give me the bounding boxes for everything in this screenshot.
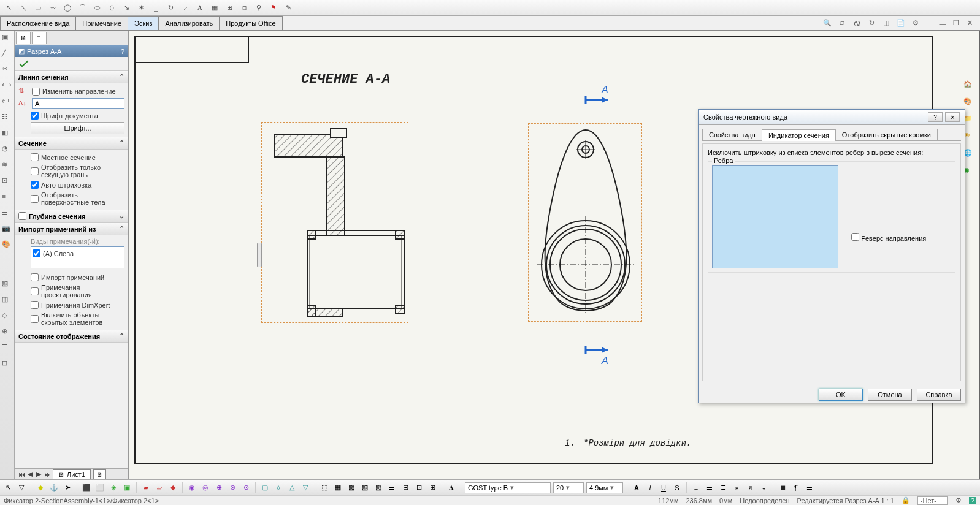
dialog-close-icon[interactable]: ✕ xyxy=(945,112,960,122)
tool-slot-icon[interactable]: ⬯ xyxy=(105,2,118,14)
collapse-icon-2[interactable]: ⌃ xyxy=(119,139,124,147)
bb-green4-icon[interactable]: ▣ xyxy=(121,482,132,493)
bb-grey2-icon[interactable]: ▦ xyxy=(332,482,343,493)
lt-section-icon[interactable]: ◧ xyxy=(2,129,13,140)
bb-red1-icon[interactable]: ▰ xyxy=(140,482,151,493)
sheet-prev-icon[interactable]: ◀ xyxy=(26,470,34,478)
bb-text-icon[interactable]: 𝐀 xyxy=(446,482,457,493)
bb-green2-icon[interactable]: ⬜ xyxy=(94,482,105,493)
proj-notes-checkbox[interactable] xyxy=(31,287,39,295)
bb-underline-icon[interactable]: U xyxy=(658,482,669,493)
lt-align-icon[interactable]: ≡ xyxy=(2,192,13,203)
surface-bodies-checkbox[interactable] xyxy=(31,195,39,203)
collapse-icon[interactable]: ⌃ xyxy=(119,73,124,81)
bb-align-left-icon[interactable]: ≡ xyxy=(691,482,702,493)
pp-tab-feature-icon[interactable]: 🗎 xyxy=(16,32,31,44)
window-restore-icon[interactable]: ❐ xyxy=(951,18,962,29)
tool-text-icon[interactable]: ↻ xyxy=(164,2,177,14)
display-style-icon[interactable]: ◫ xyxy=(881,18,892,29)
bb-grey1-icon[interactable]: ⬚ xyxy=(319,482,330,493)
views-list[interactable]: (A) Слева xyxy=(31,246,124,268)
rt-view-icon[interactable]: 👁 xyxy=(963,132,976,144)
bb-cyan2-icon[interactable]: ◊ xyxy=(273,482,284,493)
tab-sketch[interactable]: Эскиз xyxy=(128,16,159,30)
font-size-combo[interactable]: 20▾ xyxy=(553,482,584,493)
sheet-next-icon[interactable]: ▶ xyxy=(34,470,43,478)
lt-ref-icon[interactable]: ⊕ xyxy=(2,327,13,338)
bb-purple4-icon[interactable]: ⊗ xyxy=(227,482,238,493)
lt-dim-icon[interactable]: ⟷ xyxy=(2,81,13,92)
bb-grey7-icon[interactable]: ⊟ xyxy=(400,482,411,493)
help-icon[interactable]: ? xyxy=(121,48,124,55)
dialog-tab-view-props[interactable]: Свойства вида xyxy=(702,129,762,140)
tool-table-icon[interactable]: ▦ xyxy=(209,2,221,14)
section-header[interactable]: Сечение⌃ xyxy=(15,137,128,150)
lt-cam-icon[interactable]: 📷 xyxy=(2,224,13,235)
bb-grey8-icon[interactable]: ⊡ xyxy=(413,482,424,493)
lt-list-icon[interactable]: ☰ xyxy=(2,343,13,354)
options-icon[interactable]: ⚙ xyxy=(910,18,921,29)
font-name-combo[interactable]: GOST type B▾ xyxy=(465,482,551,493)
window-close-icon[interactable]: ✕ xyxy=(964,18,975,29)
tab-annotation[interactable]: Примечание xyxy=(75,16,128,30)
include-hidden-checkbox[interactable] xyxy=(31,315,39,323)
auto-hatch-checkbox[interactable] xyxy=(31,181,39,189)
lt-crop-icon[interactable]: ⊡ xyxy=(2,177,13,188)
lt-tree-icon[interactable]: ⊟ xyxy=(2,359,13,370)
dialog-help-button[interactable]: Справка xyxy=(917,389,961,401)
tool-fillet-icon[interactable]: ⎯ xyxy=(150,2,162,14)
document-font-checkbox[interactable] xyxy=(31,112,39,120)
tool-arc-icon[interactable]: ⌒ xyxy=(76,2,88,14)
bb-green1-icon[interactable]: ⬛ xyxy=(81,482,92,493)
status-layer-combo[interactable]: -Нет- xyxy=(917,496,948,505)
bb-para-icon[interactable]: ¶ xyxy=(791,482,802,493)
bb-purple3-icon[interactable]: ⊕ xyxy=(213,482,224,493)
bb-arrow-icon[interactable]: ➤ xyxy=(62,482,73,493)
bb-strike-icon[interactable]: S xyxy=(672,482,683,493)
bb-align-mid-icon[interactable]: ⌆ xyxy=(745,482,756,493)
bb-align-center-icon[interactable]: ☰ xyxy=(704,482,715,493)
lt-detail-icon[interactable]: ◔ xyxy=(2,145,13,156)
bb-filter-icon[interactable]: ▽ xyxy=(16,482,27,493)
status-lock-icon[interactable]: 🔒 xyxy=(902,496,910,504)
dim-value-combo[interactable]: 4.9мм▾ xyxy=(586,482,623,493)
reverse-direction-checkbox[interactable] xyxy=(851,233,859,241)
dialog-ok-button[interactable]: OK xyxy=(819,389,863,401)
dialog-title-bar[interactable]: Свойства чертежного вида ? ✕ xyxy=(699,110,965,125)
sheet-add-tab[interactable]: 🗎 xyxy=(93,469,106,479)
tool-rect-icon[interactable]: ▭ xyxy=(32,2,44,14)
bb-align-top-icon[interactable]: ⌅ xyxy=(731,482,742,493)
tool-star-icon[interactable]: ✶ xyxy=(135,2,147,14)
bb-select-icon[interactable]: ↖ xyxy=(2,482,13,493)
bb-align-right-icon[interactable]: ≣ xyxy=(718,482,729,493)
bb-anchor-icon[interactable]: ⚓ xyxy=(48,482,59,493)
sheet-tab-1[interactable]: 🗎Лист1 xyxy=(53,469,91,479)
lt-layer-icon[interactable]: ☰ xyxy=(2,208,13,219)
window-minimize-icon[interactable]: — xyxy=(937,18,948,29)
bb-layer-icon[interactable]: ☰ xyxy=(804,482,815,493)
rt-globe-icon[interactable]: 🌐 xyxy=(963,149,976,161)
bb-red3-icon[interactable]: ◆ xyxy=(167,482,178,493)
bb-grey9-icon[interactable]: ⊞ xyxy=(427,482,438,493)
rt-folder-icon[interactable]: 📁 xyxy=(963,115,976,127)
tool-line-icon[interactable]: ＼ xyxy=(17,2,29,14)
bb-purple2-icon[interactable]: ◎ xyxy=(200,482,211,493)
import-header[interactable]: Импорт примечаний из⌃ xyxy=(15,222,128,235)
sheet-first-icon[interactable]: ⏮ xyxy=(17,471,26,478)
bb-grey4-icon[interactable]: ▨ xyxy=(359,482,370,493)
pp-tab-property-icon[interactable]: 🗀 xyxy=(32,32,47,44)
expand-icon[interactable]: ⌄ xyxy=(119,212,124,220)
bb-cyan3-icon[interactable]: △ xyxy=(286,482,297,493)
tool-mouse-icon[interactable]: ↖ xyxy=(2,2,15,14)
section-label-input[interactable] xyxy=(32,98,124,109)
status-help-icon[interactable]: ? xyxy=(969,497,976,504)
rotate-icon[interactable]: 🗘 xyxy=(851,18,862,29)
bb-color-icon[interactable]: ◼ xyxy=(777,482,788,493)
zoom-window-icon[interactable]: ⧉ xyxy=(836,18,848,29)
bb-cyan4-icon[interactable]: ▽ xyxy=(300,482,311,493)
dialog-cancel-button[interactable]: Отмена xyxy=(868,389,912,401)
tool-ref-icon[interactable]: ⚲ xyxy=(253,2,265,14)
tool-ellipse-icon[interactable]: ⬭ xyxy=(91,2,103,14)
bb-yellow-icon[interactable]: ◆ xyxy=(35,482,46,493)
bb-purple5-icon[interactable]: ⊙ xyxy=(240,482,251,493)
